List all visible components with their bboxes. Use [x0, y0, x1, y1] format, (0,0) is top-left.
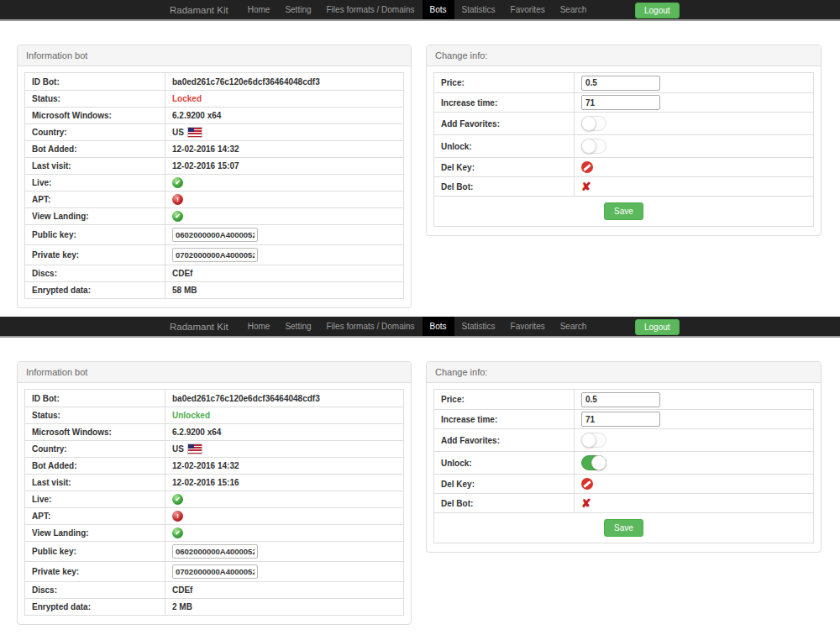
id-bot-value: ba0ed261c76c120e6dcf36464048cdf3 — [165, 390, 403, 407]
price-input[interactable] — [581, 392, 660, 407]
add-favorites-label: Add Favorites: — [434, 118, 574, 130]
table-row-add-favorites: Add Favorites: — [434, 428, 813, 451]
nav-item-files-formats-domains[interactable]: Files formats / Domains — [319, 317, 423, 336]
table-row-encrypted-data: Enrypted data: 58 MB — [25, 281, 403, 298]
table-row-add-favorites: Add Favorites: — [434, 112, 813, 134]
view-landing-label: View Landing: — [25, 527, 165, 539]
price-label: Price: — [434, 393, 574, 406]
private-key-input[interactable] — [172, 564, 258, 579]
encrypted-data-label: Enrypted data: — [25, 284, 165, 297]
save-button[interactable]: Save — [604, 202, 643, 220]
logout-button[interactable]: Logout — [635, 3, 680, 18]
brand-link[interactable]: Radamant Kit — [170, 317, 228, 336]
id-bot-label: ID Bot: — [25, 392, 165, 405]
table-row-last-visit: Last visit: 12-02-2016 15:16 — [25, 474, 403, 491]
status-badge: Unlocked — [172, 411, 210, 420]
nav-item-statistics[interactable]: Statistics — [454, 317, 503, 336]
public-key-input[interactable] — [172, 544, 258, 559]
increase-time-input[interactable] — [581, 95, 660, 110]
logout-button[interactable]: Logout — [635, 319, 680, 335]
table-row-country: Country: US — [25, 440, 403, 457]
table-row-apt: APT: — [25, 191, 403, 207]
main-content: Information bot ID Bot: ba0ed261c76c120e… — [0, 21, 840, 317]
nav-item-favorites[interactable]: Favorites — [503, 0, 553, 19]
change-info-panel: Change info: Price: Increase time: Add F… — [426, 361, 822, 553]
nav-item-setting[interactable]: Setting — [277, 317, 318, 336]
private-key-label: Private key: — [25, 249, 165, 261]
change-info-table: Price: Increase time: Add Favorites: Unl… — [433, 389, 814, 543]
del-bot-x-icon[interactable] — [581, 497, 591, 509]
country-code: US — [172, 128, 184, 137]
change-info-panel: Change info: Price: Increase time: Add F… — [426, 45, 822, 236]
bot-added-value: 12-02-2016 14:32 — [165, 458, 403, 474]
unlock-toggle[interactable] — [581, 455, 606, 470]
view-landing-label: View Landing: — [25, 210, 165, 223]
increase-time-input[interactable] — [581, 412, 660, 427]
table-row-del-key: Del Key: — [434, 157, 813, 176]
table-row-view-landing: View Landing: — [25, 207, 403, 224]
add-favorites-toggle[interactable] — [581, 433, 606, 448]
table-row-unlock: Unlock: — [434, 134, 813, 157]
discs-value: CDEf — [165, 582, 403, 598]
bot-added-label: Bot Added: — [25, 143, 165, 155]
windows-label: Microsoft Windows: — [25, 426, 165, 438]
nav-item-favorites[interactable]: Favorites — [503, 317, 553, 336]
live-check-icon — [172, 494, 183, 505]
view-landing-check-icon[interactable] — [172, 527, 183, 538]
table-row-save: Save — [434, 512, 813, 543]
public-key-input[interactable] — [172, 228, 258, 242]
price-input[interactable] — [581, 76, 660, 91]
country-label: Country: — [25, 126, 165, 139]
del-key-prohibited-icon[interactable] — [581, 161, 593, 173]
table-row-del-bot: Del Bot: — [434, 176, 813, 196]
nav-item-search[interactable]: Search — [553, 0, 595, 19]
table-row-increase-time: Increase time: — [434, 409, 813, 428]
navbar: Radamant Kit Home Setting Files formats … — [0, 0, 840, 21]
nav-item-setting[interactable]: Setting — [277, 0, 318, 19]
apt-alert-icon — [172, 194, 183, 205]
nav-item-home[interactable]: Home — [240, 0, 278, 19]
del-key-label: Del Key: — [434, 161, 574, 174]
table-row-bot-added: Bot Added: 12-02-2016 14:32 — [25, 457, 403, 474]
nav-item-statistics[interactable]: Statistics — [454, 0, 503, 19]
table-row-private-key: Private key: — [25, 244, 403, 265]
apt-label: APT: — [25, 193, 165, 206]
table-row-price: Price: — [434, 73, 813, 92]
information-bot-title: Information bot — [18, 362, 411, 383]
information-bot-panel: Information bot ID Bot: ba0ed261c76c120e… — [17, 45, 412, 308]
encrypted-data-value: 58 MB — [165, 282, 403, 298]
table-row-live: Live: — [25, 174, 403, 191]
private-key-label: Private key: — [25, 565, 165, 578]
table-row-discs: Discs: CDEf — [25, 265, 403, 281]
live-label: Live: — [25, 493, 165, 506]
table-row-last-visit: Last visit: 12-02-2016 15:07 — [25, 157, 403, 174]
del-key-label: Del Key: — [434, 478, 574, 491]
increase-time-label: Increase time: — [434, 97, 574, 109]
table-row-increase-time: Increase time: — [434, 92, 813, 112]
discs-label: Discs: — [25, 584, 165, 596]
del-bot-x-icon[interactable] — [581, 181, 591, 192]
nav-links: Radamant Kit Home Setting Files formats … — [170, 0, 594, 19]
main-content: Information bot ID Bot: ba0ed261c76c120e… — [0, 338, 840, 633]
unlock-toggle[interactable] — [581, 139, 606, 154]
add-favorites-toggle[interactable] — [581, 116, 606, 131]
del-key-prohibited-icon[interactable] — [581, 478, 593, 490]
brand-link[interactable]: Radamant Kit — [170, 0, 228, 19]
nav-item-search[interactable]: Search — [553, 317, 595, 336]
table-row-bot-added: Bot Added: 12-02-2016 14:32 — [25, 140, 403, 157]
change-info-title: Change info: — [427, 362, 821, 383]
status-label: Status: — [25, 409, 165, 422]
nav-item-files-formats-domains[interactable]: Files formats / Domains — [319, 0, 423, 19]
nav-item-home[interactable]: Home — [240, 317, 278, 336]
price-label: Price: — [434, 76, 574, 89]
nav-item-bots[interactable]: Bots — [423, 317, 454, 336]
information-bot-table: ID Bot: ba0ed261c76c120e6dcf36464048cdf3… — [24, 72, 404, 299]
view-landing-check-icon[interactable] — [172, 211, 183, 222]
toggle-knob — [591, 455, 606, 470]
save-button[interactable]: Save — [604, 519, 643, 537]
nav-item-bots[interactable]: Bots — [423, 0, 454, 19]
windows-value: 6.2.9200 x64 — [165, 108, 403, 123]
table-row-public-key: Public key: — [25, 224, 403, 244]
private-key-input[interactable] — [172, 248, 258, 262]
table-row-apt: APT: — [25, 507, 403, 524]
